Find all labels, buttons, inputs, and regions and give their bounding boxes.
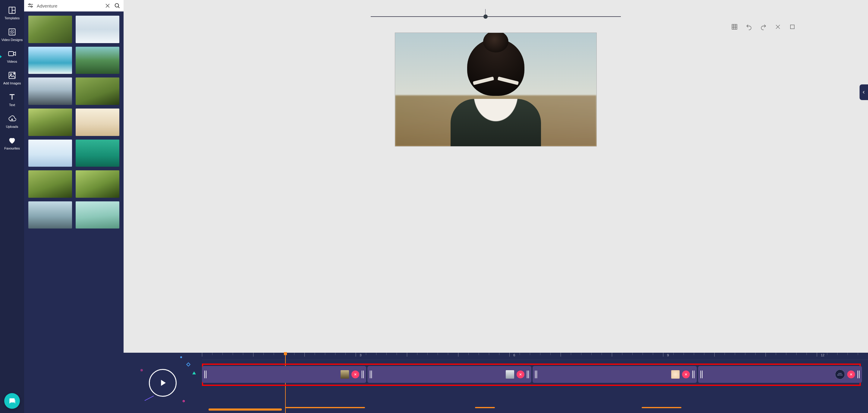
rail-add-images[interactable]: Add Images xyxy=(0,67,24,89)
svg-point-9 xyxy=(10,73,12,75)
library-thumb[interactable] xyxy=(76,16,119,43)
close-icon[interactable] xyxy=(775,24,781,30)
left-rail: Templates Video Designs Videos Add Image… xyxy=(0,0,24,413)
library-thumb[interactable] xyxy=(28,109,72,136)
undo-icon[interactable] xyxy=(746,24,752,30)
preview-canvas[interactable] xyxy=(395,33,597,147)
ruler-mark: 12 xyxy=(821,353,824,357)
library-thumb[interactable] xyxy=(28,170,72,198)
main-area: 36912 ADDIMAGE xyxy=(124,0,868,413)
rail-uploads-label: Uploads xyxy=(6,125,18,128)
clips-row: ADDIMAGE xyxy=(202,366,862,383)
rail-favourites[interactable]: Favourites xyxy=(0,132,24,154)
svg-point-15 xyxy=(31,6,32,7)
play-zone xyxy=(124,353,202,413)
library-grid xyxy=(24,11,124,413)
library-thumb[interactable] xyxy=(76,140,119,167)
library-thumb[interactable] xyxy=(28,47,72,74)
search-icon[interactable] xyxy=(114,2,121,9)
rail-uploads[interactable]: Uploads xyxy=(0,111,24,132)
media-panel xyxy=(24,0,124,413)
clip-delete-button[interactable] xyxy=(351,371,359,378)
right-drawer-toggle[interactable] xyxy=(860,84,868,100)
rail-templates-label: Templates xyxy=(4,16,20,20)
library-thumb[interactable] xyxy=(76,47,119,74)
zoom-handle[interactable] xyxy=(484,9,488,19)
library-thumb[interactable] xyxy=(28,201,72,229)
clip-delete-button[interactable] xyxy=(847,371,855,378)
library-thumb[interactable] xyxy=(28,16,72,43)
clip-handle-right[interactable] xyxy=(527,371,529,378)
svg-marker-7 xyxy=(13,52,16,56)
timeline-clip[interactable]: ADDIMAGE xyxy=(698,366,862,383)
svg-marker-28 xyxy=(161,380,166,386)
library-thumb[interactable] xyxy=(76,109,119,136)
chat-button[interactable] xyxy=(4,393,20,409)
ruler-mark: 3 xyxy=(360,353,361,357)
zoom-track[interactable] xyxy=(371,16,621,17)
library-thumb[interactable] xyxy=(76,201,119,229)
svg-rect-6 xyxy=(8,52,13,56)
clip-delete-button[interactable] xyxy=(517,371,524,378)
grid-icon[interactable] xyxy=(731,24,738,30)
rail-video-designs-label: Video Designs xyxy=(1,38,23,41)
library-thumb[interactable] xyxy=(76,78,119,105)
timeline-clip[interactable] xyxy=(532,366,697,383)
svg-rect-20 xyxy=(732,24,737,30)
crop-icon[interactable] xyxy=(789,24,796,30)
track-zone[interactable]: 36912 ADDIMAGE xyxy=(202,353,868,413)
preview-wrap xyxy=(124,18,868,353)
timeline-clip[interactable] xyxy=(202,366,366,383)
rail-add-images-label: Add Images xyxy=(3,81,21,85)
clip-handle-right[interactable] xyxy=(692,371,694,378)
rail-text-label: Text xyxy=(9,103,15,107)
audio-segment[interactable] xyxy=(475,407,495,408)
rail-text[interactable]: Text xyxy=(0,89,24,111)
timeline-clip[interactable] xyxy=(367,366,532,383)
playhead[interactable] xyxy=(285,353,286,413)
clip-delete-button[interactable] xyxy=(682,371,690,378)
svg-line-19 xyxy=(118,7,119,8)
library-thumb[interactable] xyxy=(76,170,119,198)
add-image-badge[interactable]: ADDIMAGE xyxy=(835,370,845,379)
svg-rect-27 xyxy=(790,25,795,29)
clip-thumb xyxy=(341,370,349,379)
svg-point-18 xyxy=(115,4,119,7)
clip-handle-left[interactable] xyxy=(535,371,537,378)
canvas-toolbar xyxy=(731,24,796,30)
clip-handle-left[interactable] xyxy=(701,371,703,378)
filter-icon[interactable] xyxy=(27,2,34,9)
rail-videos[interactable]: Videos xyxy=(0,46,24,67)
rail-video-designs[interactable]: Video Designs xyxy=(0,24,24,46)
clip-handle-right[interactable] xyxy=(858,371,860,378)
audio-segment[interactable] xyxy=(285,407,365,408)
audio-segment[interactable] xyxy=(209,409,282,411)
search-bar xyxy=(24,0,124,11)
library-thumb[interactable] xyxy=(28,140,72,167)
rail-templates[interactable]: Templates xyxy=(0,2,24,24)
svg-point-13 xyxy=(29,4,30,5)
clip-handle-left[interactable] xyxy=(370,371,372,378)
timeline: 36912 ADDIMAGE xyxy=(124,353,868,413)
audio-row xyxy=(202,405,868,411)
clip-thumb xyxy=(506,370,514,379)
clip-thumb xyxy=(671,370,680,379)
ruler-mark: 6 xyxy=(513,353,515,357)
rail-favourites-label: Favourites xyxy=(4,147,20,150)
clip-handle-right[interactable] xyxy=(362,371,364,378)
zoom-bar xyxy=(124,0,868,18)
audio-segment[interactable] xyxy=(642,407,682,408)
rail-videos-label: Videos xyxy=(7,60,17,63)
clear-search-icon[interactable] xyxy=(104,2,111,9)
play-button[interactable] xyxy=(149,369,177,397)
search-input[interactable] xyxy=(37,3,101,8)
svg-marker-5 xyxy=(11,31,13,33)
library-thumb[interactable] xyxy=(28,78,72,105)
clip-handle-left[interactable] xyxy=(204,371,207,378)
redo-icon[interactable] xyxy=(760,24,767,30)
ruler-mark: 9 xyxy=(667,353,669,357)
timeline-ruler[interactable]: 36912 xyxy=(202,353,868,360)
